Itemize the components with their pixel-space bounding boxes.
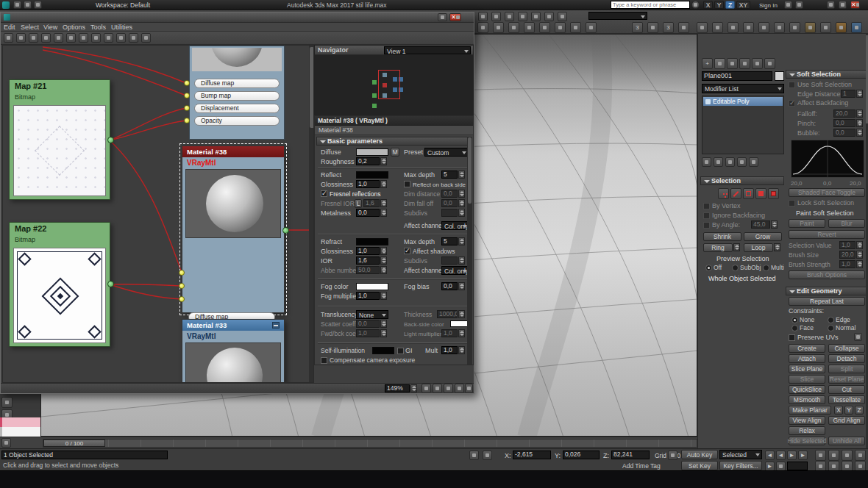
tessellate-button[interactable]: Tessellate xyxy=(828,395,865,404)
ior-spinner[interactable] xyxy=(380,256,387,265)
diffuse-map-button[interactable]: M xyxy=(391,148,399,157)
reflect-glossiness-field[interactable]: 1,0 xyxy=(356,180,380,188)
socket-mat38-bump[interactable] xyxy=(179,283,185,289)
editor-move-children-icon[interactable] xyxy=(54,33,63,43)
reflect-maxdepth-field[interactable]: 5 xyxy=(441,171,458,179)
editor-zoom-region-icon[interactable] xyxy=(444,384,453,393)
mult-spinner[interactable] xyxy=(458,346,465,354)
fresnel-ior-field[interactable]: 1,6 xyxy=(363,199,380,207)
align-icon[interactable] xyxy=(728,22,739,33)
help-icon[interactable] xyxy=(795,1,803,9)
add-time-tag[interactable]: Add Time Tag xyxy=(622,462,661,470)
navigator-view-rect[interactable] xyxy=(378,70,400,99)
snap-toggle-3d-icon[interactable]: 3 xyxy=(632,22,643,33)
diffuse-color-swatch[interactable] xyxy=(356,148,388,156)
abbe-spinner[interactable] xyxy=(380,266,387,274)
coord-x-field[interactable]: -2,615 xyxy=(513,451,551,459)
modifier-list-dropdown[interactable]: Modifier List xyxy=(702,84,784,93)
hierarchy-tab-icon[interactable] xyxy=(727,58,738,69)
lock-soft-selection-checkbox[interactable] xyxy=(789,200,795,207)
isolate-selection-icon[interactable] xyxy=(469,451,479,460)
refract-maxdepth-spinner[interactable] xyxy=(458,237,465,245)
dim-falloff-spinner[interactable] xyxy=(458,199,465,207)
node-map21-preview[interactable] xyxy=(13,105,106,196)
object-name-field[interactable]: Plane001 xyxy=(702,71,772,81)
modify-tab-icon[interactable] xyxy=(714,58,725,69)
light-multiplier-spinner[interactable] xyxy=(458,329,465,337)
editor-minimize-icon[interactable] xyxy=(438,13,447,21)
redo-icon[interactable] xyxy=(34,1,42,9)
loop-button[interactable]: Loop xyxy=(744,243,773,252)
search-input[interactable] xyxy=(611,1,690,9)
stack-row-editable-poly[interactable]: Editable Poly xyxy=(703,97,783,106)
node-partial-material[interactable]: Diffuse map Bump map Displacement Opacit… xyxy=(189,46,285,140)
collapse-button[interactable]: Collapse xyxy=(828,344,865,353)
selection-value-spinner[interactable] xyxy=(856,241,863,249)
fog-bias-field[interactable]: 0,0 xyxy=(441,282,458,290)
menu-select[interactable]: Select xyxy=(21,24,39,32)
grow-button[interactable]: Grow xyxy=(744,232,782,241)
play-icon[interactable]: ► xyxy=(787,451,797,460)
constraint-edge-radio[interactable] xyxy=(828,317,834,323)
params-header[interactable]: Material #38 ( VRayMtl ) xyxy=(315,116,473,126)
edit-named-selections-icon[interactable] xyxy=(697,22,708,33)
edge-distance-spinner[interactable] xyxy=(856,90,863,98)
subobject-edge-icon[interactable] xyxy=(730,188,741,199)
editor-pan-tool-icon[interactable] xyxy=(421,384,431,393)
translucency-dropdown[interactable]: None xyxy=(356,310,388,319)
refract-glossiness-field[interactable]: 1,0 xyxy=(356,247,380,255)
slot-displacement[interactable]: Displacement xyxy=(194,104,280,113)
repeat-last-button[interactable]: Repeat Last xyxy=(789,297,865,306)
detach-button[interactable]: Detach xyxy=(828,354,865,363)
socket-top-diffuse[interactable] xyxy=(184,80,190,86)
percent-snap-icon[interactable]: 3 xyxy=(663,22,674,33)
msmooth-button[interactable]: MSmooth xyxy=(789,395,825,404)
editor-titlebar[interactable] xyxy=(1,12,474,23)
configure-modifier-sets-icon[interactable] xyxy=(749,157,758,167)
make-unique-icon[interactable] xyxy=(725,157,735,167)
fresnel-checkbox[interactable] xyxy=(321,190,327,197)
use-pivot-icon[interactable] xyxy=(555,22,566,33)
auto-key-button[interactable]: Auto Key xyxy=(681,450,718,459)
app-logo-icon[interactable] xyxy=(2,1,10,9)
mirror-icon[interactable] xyxy=(712,22,723,33)
socket-top-displacement[interactable] xyxy=(184,105,190,111)
editor-delete-icon[interactable] xyxy=(41,33,51,43)
ribbon-toggle-icon[interactable] xyxy=(758,22,769,33)
node-map22-preview[interactable] xyxy=(13,248,106,343)
window-crossing-icon[interactable] xyxy=(518,12,527,21)
zoom-all-icon[interactable] xyxy=(828,450,839,461)
by-angle-spinner[interactable] xyxy=(771,220,778,229)
gi-checkbox[interactable] xyxy=(397,348,404,354)
fog-bias-spinner[interactable] xyxy=(458,282,465,290)
attach-button[interactable]: Attach xyxy=(789,354,825,363)
mini-listener-white-row[interactable] xyxy=(0,427,40,437)
undo-icon[interactable] xyxy=(24,1,32,9)
ring-spinner[interactable] xyxy=(733,243,740,251)
brush-strength-field[interactable]: 1,0 xyxy=(839,260,855,268)
slice-plane-button[interactable]: Slice Plane xyxy=(789,365,825,373)
view-align-button[interactable]: View Align xyxy=(789,416,825,425)
pin-stack-icon[interactable] xyxy=(702,157,711,167)
reset-plane-button[interactable]: Reset Plane xyxy=(828,375,865,384)
backside-color-swatch[interactable] xyxy=(450,320,468,327)
cut-button[interactable]: Cut xyxy=(828,385,865,394)
preview-subobj-radio[interactable] xyxy=(732,265,739,271)
by-angle-checkbox[interactable] xyxy=(703,222,710,229)
by-angle-field[interactable]: 45,0 xyxy=(751,220,770,229)
angle-snap-icon[interactable] xyxy=(647,22,658,33)
rollout-basic-params[interactable]: Basic parameters xyxy=(316,137,472,146)
placement-icon[interactable] xyxy=(524,22,535,33)
object-color-swatch[interactable] xyxy=(775,71,784,81)
node-mat38-header[interactable]: Material #38 xyxy=(182,146,284,157)
make-planar-button[interactable]: Make Planar xyxy=(789,406,831,415)
bubble-spinner[interactable] xyxy=(856,129,863,137)
by-vertex-checkbox[interactable] xyxy=(703,203,710,209)
maximize-icon[interactable] xyxy=(839,1,847,9)
thickness-spinner[interactable] xyxy=(458,310,465,318)
material-editor-icon[interactable] xyxy=(805,22,816,33)
pinch-spinner[interactable] xyxy=(856,119,863,127)
refract-color-swatch[interactable] xyxy=(356,238,388,245)
socket-mat38-opacity[interactable] xyxy=(179,296,185,302)
socket-top-opacity[interactable] xyxy=(184,118,190,123)
